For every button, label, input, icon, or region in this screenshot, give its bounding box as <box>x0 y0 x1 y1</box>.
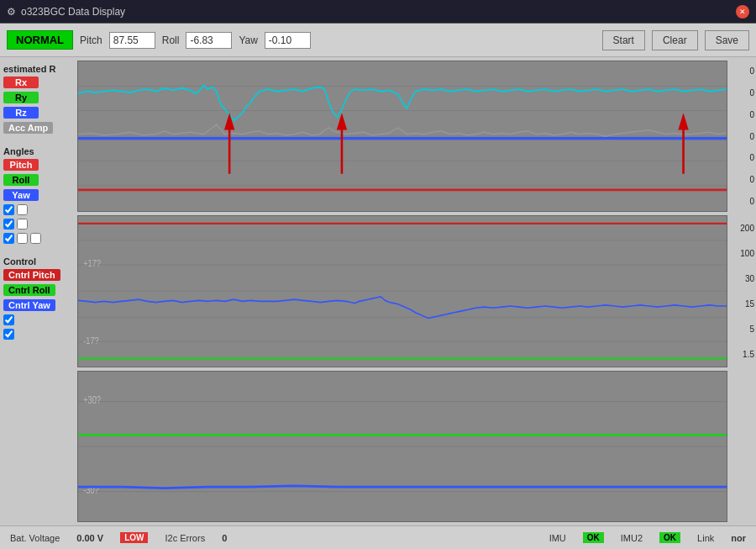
bat-status-badge: LOW <box>120 532 148 543</box>
i2c-value: 0 <box>222 533 227 543</box>
save-button[interactable]: Save <box>705 30 749 50</box>
angles-cb3[interactable] <box>3 219 14 230</box>
yaw-legend: Yaw <box>3 189 72 201</box>
left-panel: estimated R Rx Ry Rz Acc Amp Angles Pitc… <box>0 57 76 525</box>
estimated-r-scale: 0 0 0 0 0 0 0 <box>731 61 754 212</box>
imu1-label: IMU <box>549 533 566 543</box>
ry-legend: Ry <box>3 92 72 103</box>
imu2-label: IMU2 <box>621 533 643 543</box>
scale-val: 0 <box>749 66 754 76</box>
accamp-legend: Acc Amp <box>3 122 72 134</box>
status-normal-badge: NORMAL <box>7 30 73 50</box>
cntrl-pitch-pill: Cntrl Pitch <box>3 269 60 281</box>
pitch-input[interactable] <box>109 32 155 49</box>
roll-pill: Roll <box>3 174 39 186</box>
angles-checkboxes-row1[interactable] <box>3 204 72 215</box>
cntrl-yaw-legend: Cntrl Yaw <box>3 299 72 311</box>
cntrl-yaw-pill: Cntrl Yaw <box>3 299 55 311</box>
scale-val-15: 15 <box>745 299 754 309</box>
title-text: o323BGC Data Display <box>21 6 125 18</box>
app-title: ⚙ o323BGC Data Display <box>7 6 125 18</box>
angles-scale: 200 100 30 15 5 1.5 <box>731 215 754 367</box>
control-checkboxes-row2[interactable] <box>3 329 72 340</box>
imu1-status-badge: OK <box>583 532 604 543</box>
scale-val-30: 30 <box>745 274 754 283</box>
main-area: estimated R Rx Ry Rz Acc Amp Angles Pitc… <box>0 57 756 525</box>
roll-label: Roll <box>162 34 180 46</box>
cntrl-pitch-legend: Cntrl Pitch <box>3 269 72 281</box>
angles-chart: +17? -17? <box>77 215 727 367</box>
scale-val: 0 <box>749 88 754 98</box>
svg-text:+30?: +30? <box>83 394 101 406</box>
window-controls[interactable]: ✕ <box>736 5 749 18</box>
roll-input[interactable] <box>186 32 232 49</box>
rz-pill: Rz <box>3 107 39 119</box>
svg-text:-17?: -17? <box>83 336 99 346</box>
angles-checkboxes-row3[interactable] <box>3 233 72 244</box>
angles-checkboxes-row2[interactable] <box>3 219 72 230</box>
control-cb2[interactable] <box>3 329 14 340</box>
roll-legend: Roll <box>3 174 72 186</box>
statusbar: Bat. Voltage 0.00 V LOW I2c Errors 0 IMU… <box>0 525 756 549</box>
bat-voltage-label: Bat. Voltage <box>10 533 60 543</box>
scale-val-5: 5 <box>749 325 754 334</box>
scale-val: 0 <box>749 153 754 162</box>
scale-val: 0 <box>749 175 754 184</box>
bat-voltage-value: 0.00 V <box>76 533 103 543</box>
scale-val-200: 200 <box>740 224 754 233</box>
estimated-r-svg <box>78 61 727 211</box>
control-cb1[interactable] <box>3 314 14 325</box>
link-label: Link <box>697 533 714 543</box>
rx-legend: Rx <box>3 77 72 88</box>
app-icon: ⚙ <box>7 6 16 18</box>
start-button[interactable]: Start <box>602 30 645 50</box>
control-label: Control <box>3 256 72 267</box>
angles-svg: +17? -17? <box>78 216 727 366</box>
angles-label: Angles <box>3 146 72 156</box>
imu2-status-badge: OK <box>659 532 680 543</box>
clear-button[interactable]: Clear <box>652 30 698 50</box>
ry-pill: Ry <box>3 92 39 103</box>
cntrl-roll-legend: Cntrl Roll <box>3 284 72 296</box>
angles-cb4[interactable] <box>17 219 28 230</box>
right-scale-panel: 0 0 0 0 0 0 0 200 100 30 15 5 1.5 <box>729 57 756 525</box>
svg-text:+17?: +17? <box>83 259 101 268</box>
rz-legend: Rz <box>3 107 72 119</box>
toolbar: NORMAL Pitch Roll Yaw Start Clear Save <box>0 24 756 57</box>
pitch-legend: Pitch <box>3 159 72 171</box>
angles-cb7[interactable] <box>30 233 41 244</box>
charts-area: +17? -17? +30? -3 <box>76 57 729 525</box>
yaw-pill: Yaw <box>3 189 39 201</box>
pitch-pill: Pitch <box>3 159 39 171</box>
scale-val: 0 <box>749 132 754 141</box>
control-chart: +30? -30? <box>77 371 727 522</box>
angles-cb5[interactable] <box>3 233 14 244</box>
i2c-label: I2c Errors <box>165 533 205 543</box>
titlebar: ⚙ o323BGC Data Display ✕ <box>0 0 756 24</box>
scale-val: 0 <box>749 110 754 119</box>
control-svg: +30? -30? <box>78 372 727 521</box>
estimated-r-chart <box>77 61 727 212</box>
angles-cb6[interactable] <box>17 233 28 244</box>
pitch-label: Pitch <box>80 34 102 46</box>
estimated-r-label: estimated R <box>3 64 72 74</box>
yaw-input[interactable] <box>265 32 311 49</box>
control-checkboxes-row1[interactable] <box>3 314 72 325</box>
control-scale <box>731 371 754 522</box>
angles-cb2[interactable] <box>17 204 28 215</box>
scale-val: 0 <box>749 197 754 206</box>
accamp-pill: Acc Amp <box>3 122 53 134</box>
scale-val-1-5: 1.5 <box>743 350 754 359</box>
scale-val-100: 100 <box>740 249 754 258</box>
yaw-label: Yaw <box>239 34 257 46</box>
cntrl-roll-pill: Cntrl Roll <box>3 284 55 296</box>
close-button[interactable]: ✕ <box>736 5 749 18</box>
rx-pill: Rx <box>3 77 39 88</box>
link-status: nor <box>731 533 746 543</box>
angles-cb1[interactable] <box>3 204 14 215</box>
